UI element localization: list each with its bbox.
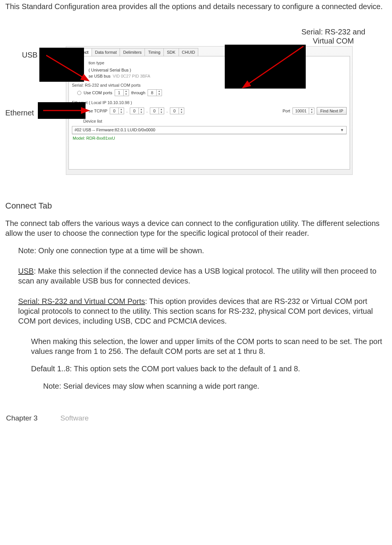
overlay-ethernet: [38, 102, 86, 119]
device-list-title: Device list: [83, 118, 347, 124]
serial-row: Use COM ports 1▲▼ through 8▲▼: [77, 89, 347, 96]
device-model: Model: RDR-8xx81xxU: [72, 134, 347, 142]
footer-chapter: Chapter 3: [6, 414, 37, 423]
port-value: 10001: [293, 108, 309, 114]
callout-usb: USB: [22, 50, 37, 60]
callout-ethernet: Ethernet: [5, 108, 34, 118]
ip-c-value: 0: [150, 108, 159, 114]
serial-note: Note: Serial devices may slow when scann…: [43, 381, 387, 391]
serial-sub-1: When making this selection, the lower an…: [31, 336, 387, 356]
ip-dot: .: [146, 108, 148, 114]
com-to-spin[interactable]: 8▲▼: [148, 89, 162, 96]
config-panel: Connect Data format Delimiters Timing SD…: [66, 46, 353, 175]
chevron-down-icon: ▼: [340, 128, 344, 132]
spin-arrows-icon[interactable]: ▲▼: [179, 108, 184, 114]
tab-data-format[interactable]: Data format: [92, 48, 120, 56]
annotated-figure: USB Serial: RS-232 and Virtual COM Ether…: [5, 30, 387, 178]
tab-chuid[interactable]: CHUID: [179, 48, 199, 56]
ip-a-value: 0: [110, 108, 118, 114]
overlay-serial: [225, 45, 306, 89]
use-com-label: Use COM ports: [84, 90, 112, 95]
section-title: Connect Tab: [5, 201, 387, 212]
tab-timing[interactable]: Timing: [145, 48, 164, 56]
com-from-value: 1: [115, 90, 123, 95]
com-from-spin[interactable]: 1▲▼: [115, 89, 129, 96]
ip-d-spin[interactable]: 0▲▼: [170, 107, 184, 114]
serial-paragraph: Serial: RS-232 and Virtual COM Ports: Th…: [18, 296, 387, 326]
device-list: #02 USB -- Firmware:82.0.1 LUID:0/0x0000…: [72, 126, 347, 134]
com-to-value: 8: [148, 90, 156, 95]
tcpip-label: se TCP/IP: [89, 108, 107, 114]
tab-pane: tion type ( Universal Serial Bus ) se US…: [68, 56, 350, 170]
spin-arrows-icon[interactable]: ▲▼: [159, 108, 164, 114]
tab-sdk[interactable]: SDK: [163, 48, 179, 56]
spin-arrows-icon[interactable]: ▲▼: [156, 90, 162, 96]
usb-line-b-prefix: se USB bus: [89, 73, 110, 79]
serial-label: Serial: RS-232 and Virtual COM Ports: [18, 297, 145, 305]
usb-line-b: se USB bus VID 0C27 PID 3BFA: [89, 73, 347, 79]
ethernet-row: se TCP/IP 0▲▼ . 0▲▼ . 0▲▼ . 0▲▼ Port 100…: [77, 107, 347, 115]
usb-desc: : Make this selection if the connected d…: [18, 267, 376, 285]
overlay-usb: [39, 48, 84, 82]
ip-a-spin[interactable]: 0▲▼: [110, 107, 124, 114]
port-spin[interactable]: 10001▲▼: [292, 107, 315, 114]
port-label: Port: [283, 108, 290, 114]
usb-line-a: ( Universal Serial Bus ): [89, 67, 347, 73]
note-single-connection: Note: Only one connection type at a time…: [18, 246, 387, 255]
tab-delimiters[interactable]: Delimiters: [120, 48, 145, 56]
spin-arrows-icon[interactable]: ▲▼: [138, 108, 144, 114]
device-selected-text: #02 USB -- Firmware:82.0.1 LUID:0/0x0000: [75, 127, 155, 132]
ip-dot: .: [126, 108, 128, 114]
usb-line-b-faded: VID 0C27 PID 3BFA: [113, 73, 150, 79]
device-select[interactable]: #02 USB -- Firmware:82.0.1 LUID:0/0x0000…: [72, 126, 346, 134]
ip-b-spin[interactable]: 0▲▼: [130, 107, 144, 114]
ip-d-value: 0: [170, 108, 179, 114]
tab-strip: Connect Data format Delimiters Timing SD…: [66, 47, 352, 56]
usb-group-title: tion type: [89, 60, 347, 65]
spin-arrows-icon[interactable]: ▲▼: [309, 108, 314, 114]
find-next-ip-button[interactable]: Find Next IP: [317, 107, 347, 115]
intro-text: This Standard Configuration area provide…: [5, 2, 387, 11]
through-label: through: [131, 90, 145, 95]
spin-arrows-icon[interactable]: ▲▼: [123, 90, 129, 96]
callout-serial: Serial: RS-232 and Virtual COM: [301, 27, 366, 45]
ethernet-group-title: Ethernet ( Local IP 10.10.10.98 ): [72, 100, 347, 105]
ip-dot: .: [166, 108, 168, 114]
usb-label: USB: [18, 267, 34, 275]
serial-sub-2: Default 1..8: This option sets the COM p…: [31, 364, 387, 374]
ip-b-value: 0: [130, 108, 138, 114]
connect-tab-paragraph: The connect tab offers the various ways …: [5, 218, 387, 238]
use-com-radio[interactable]: [77, 91, 81, 95]
ip-c-spin[interactable]: 0▲▼: [150, 107, 164, 114]
page-footer: Chapter 3 Software: [5, 414, 387, 423]
usb-paragraph: USB: Make this selection if the connecte…: [18, 266, 387, 286]
spin-arrows-icon[interactable]: ▲▼: [118, 108, 124, 114]
footer-software: Software: [60, 414, 89, 423]
